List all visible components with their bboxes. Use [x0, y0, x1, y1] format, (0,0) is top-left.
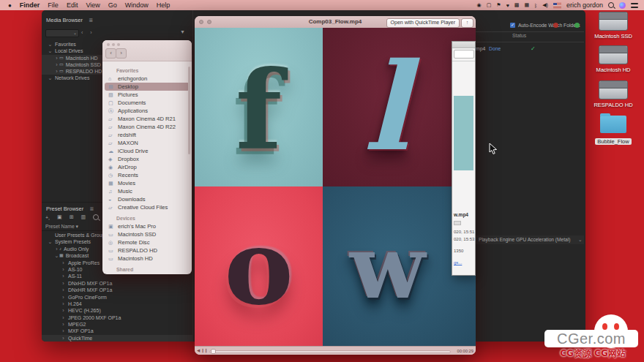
- sidebar-item[interactable]: Shared: [102, 265, 192, 274]
- chevron-down-icon[interactable]: ⌄: [578, 237, 583, 243]
- scrubber-track[interactable]: [209, 350, 451, 354]
- add-preset-button[interactable]: +,: [45, 215, 50, 220]
- desktop-icon-macintosh-ssd[interactable]: Macintosh SSD: [590, 12, 637, 39]
- sidebar-item[interactable]: ◎ Remote Disc: [102, 238, 192, 246]
- filter-icon[interactable]: ▼: [180, 29, 185, 34]
- start-queue-button[interactable]: [574, 23, 580, 28]
- sidebar-item[interactable]: Devices: [102, 214, 192, 222]
- chevron-icon[interactable]: ›: [54, 61, 59, 68]
- preset-row[interactable]: › HEVC (H.265): [42, 307, 192, 314]
- bluetooth-icon[interactable]: ᛒ: [534, 3, 537, 8]
- rewind-icon[interactable]: ◀ ❙❙: [197, 348, 208, 352]
- open-with-quicktime-button[interactable]: Open with QuickTime Player: [386, 18, 460, 28]
- input-language-flag-icon[interactable]: [553, 3, 561, 8]
- siri-icon[interactable]: [619, 2, 626, 9]
- sidebar-item[interactable]: ▭ Macintosh HD: [102, 254, 192, 263]
- preset-row[interactable]: › QuickTime: [42, 335, 192, 342]
- video-preview[interactable]: f l o w: [195, 28, 476, 347]
- share-icon[interactable]: ↑: [461, 18, 473, 28]
- status-icon[interactable]: ▦: [524, 2, 529, 8]
- preset-row[interactable]: › MPEG2: [42, 321, 192, 328]
- menu-item-edit[interactable]: Edit: [67, 1, 78, 9]
- sidebar-item[interactable]: ▭ RESPALDO HD: [102, 246, 192, 254]
- sidebar-item[interactable]: ▱ Maxon Cinema 4D R21: [102, 115, 192, 123]
- chevron-icon[interactable]: ›: [61, 280, 66, 287]
- apple-menu-icon[interactable]: ●: [8, 2, 12, 9]
- chevron-icon[interactable]: ⌄: [48, 48, 53, 54]
- chevron-icon[interactable]: ›: [61, 266, 66, 273]
- sidebar-item[interactable]: ▱ redshift: [102, 131, 192, 139]
- preset-row[interactable]: › DNxHD MXF OP1a: [42, 280, 192, 287]
- desktop-icon-respaldo-hd[interactable]: RESPALDO HD: [590, 80, 637, 108]
- status-icon[interactable]: ▩: [514, 2, 520, 8]
- scrubber-handle[interactable]: [211, 349, 216, 354]
- control-center-icon[interactable]: [631, 3, 638, 8]
- info-link[interactable]: gs...: [454, 260, 462, 265]
- preset-row[interactable]: › JPEG 2000 MXF OP1a: [42, 314, 192, 321]
- chevron-icon[interactable]: ›: [61, 307, 66, 314]
- spotlight-search-icon[interactable]: [608, 2, 614, 8]
- desktop-icon-macintosh-hd[interactable]: Macintosh HD: [590, 45, 637, 73]
- info-field[interactable]: [454, 50, 474, 59]
- chevron-icon[interactable]: ›: [54, 68, 59, 75]
- chevron-icon[interactable]: ›: [61, 328, 66, 334]
- preset-search-icon[interactable]: [93, 214, 99, 220]
- sidebar-item[interactable]: ▧ Pictures: [102, 91, 192, 99]
- menu-item-help[interactable]: Help: [157, 1, 171, 9]
- sidebar-item[interactable]: Favorites: [102, 67, 192, 75]
- status-icon[interactable]: ♥: [506, 3, 509, 8]
- sidebar-item[interactable]: ◈ Dropbox: [102, 155, 192, 163]
- nav-arrows[interactable]: ‹ ›: [81, 30, 95, 35]
- sidebar-item[interactable]: ▦ Movies: [102, 179, 192, 187]
- forward-button[interactable]: ›: [116, 48, 127, 59]
- sidebar-item[interactable]: ▭ Macintosh SSD: [102, 230, 192, 238]
- menu-user-name[interactable]: erich gordon: [566, 1, 603, 9]
- preset-row[interactable]: › MXF OP1a: [42, 328, 192, 334]
- menu-item-view[interactable]: View: [86, 1, 100, 9]
- window-controls[interactable]: [107, 43, 120, 46]
- preset-name-column-header[interactable]: Preset Name ▾: [45, 224, 78, 230]
- chevron-icon[interactable]: ›: [61, 314, 66, 321]
- sidebar-item[interactable]: ▣ erich's Mac Pro: [102, 222, 192, 230]
- preset-apply-icon[interactable]: ⊞: [70, 214, 74, 220]
- menu-item-file[interactable]: File: [48, 1, 59, 9]
- preset-group-icon[interactable]: ▣: [57, 214, 62, 220]
- menu-item-finder[interactable]: Finder: [20, 1, 40, 9]
- status-icon[interactable]: ⚑: [496, 2, 501, 8]
- chevron-icon[interactable]: ⌄: [48, 238, 53, 245]
- sidebar-item[interactable]: ▱ Maxon Cinema 4D R22: [102, 123, 192, 131]
- menu-item-window[interactable]: Window: [125, 1, 149, 9]
- sidebar-item[interactable]: ▢ Documents: [102, 99, 192, 107]
- preset-row[interactable]: › GoPro CineForm: [42, 294, 192, 301]
- preset-settings-icon[interactable]: ▥: [81, 214, 86, 220]
- stop-queue-button[interactable]: [553, 23, 558, 28]
- sidebar-item[interactable]: ⌂ erichgordon: [102, 75, 192, 83]
- sidebar-item[interactable]: ◷ Recents: [102, 171, 192, 179]
- chevron-icon[interactable]: ⌄: [48, 41, 53, 48]
- chevron-icon[interactable]: ›: [61, 321, 66, 328]
- menu-item-go[interactable]: Go: [108, 1, 117, 9]
- preset-row[interactable]: › DNxHR MXF OP1a: [42, 287, 192, 293]
- status-icon[interactable]: ▢: [487, 2, 492, 8]
- chevron-icon[interactable]: ›: [61, 273, 66, 279]
- chevron-icon[interactable]: ›: [61, 301, 66, 307]
- sidebar-item[interactable]: ▱ Creative Cloud Files: [102, 203, 192, 211]
- status-icon[interactable]: ◉: [477, 2, 482, 8]
- chevron-icon[interactable]: ›: [61, 287, 66, 293]
- sidebar-item[interactable]: ▱ MAXON: [102, 139, 192, 147]
- sidebar-item[interactable]: ▤ Desktop: [105, 83, 190, 91]
- panel-menu-icon[interactable]: ≣: [89, 206, 94, 211]
- preset-row[interactable]: › H.264: [42, 301, 192, 307]
- volume-icon[interactable]: ◀): [542, 2, 548, 8]
- sidebar-item[interactable]: ◉ AirDrop: [102, 163, 192, 171]
- media-browser-dropdown[interactable]: [45, 29, 79, 37]
- sidebar-item[interactable]: ♫ Music: [102, 187, 192, 195]
- chevron-icon[interactable]: ›: [61, 260, 66, 266]
- chevron-icon[interactable]: ⌄: [48, 75, 53, 81]
- chevron-icon[interactable]: ›: [54, 246, 59, 252]
- sidebar-item[interactable]: ◒ Downloads: [102, 195, 192, 203]
- auto-encode-checkbox[interactable]: ✓: [510, 23, 515, 28]
- sidebar-item[interactable]: Ⓐ Applications: [102, 107, 192, 115]
- back-button[interactable]: ‹: [105, 48, 116, 59]
- scrollbar[interactable]: [188, 67, 190, 154]
